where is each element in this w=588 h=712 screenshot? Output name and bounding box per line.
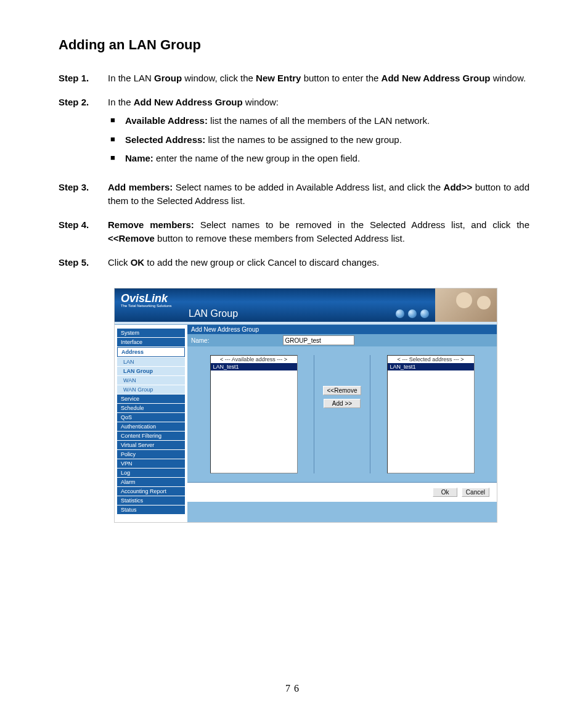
nav-status[interactable]: Status — [117, 505, 185, 514]
embedded-screenshot: OvisLink The Total Networking Solutions … — [114, 288, 497, 523]
text-bold: Add New Address Group — [382, 73, 491, 83]
transfer-buttons: <<Remove Add >> — [314, 355, 370, 473]
nav-policy[interactable]: Policy — [117, 450, 185, 459]
globe-icon — [396, 309, 404, 318]
text-bold: Name: — [125, 153, 153, 163]
step-body: Click OK to add the new group or click C… — [108, 256, 529, 270]
logo-text: OvisLink — [121, 292, 168, 305]
list-item[interactable]: LAN_test1 — [211, 363, 297, 370]
globe-icon — [408, 309, 417, 318]
text: list the names to be assigned to the new… — [205, 134, 402, 145]
nav-alarm[interactable]: Alarm — [117, 478, 185, 486]
page-number: 76 — [59, 683, 529, 694]
nav-statistics[interactable]: Statistics — [117, 496, 185, 505]
step-4: Step 4. Remove members: Select names to … — [59, 218, 529, 246]
text-bold: OK — [131, 257, 145, 268]
text: window: — [243, 97, 279, 107]
step-label: Step 1. — [59, 72, 108, 86]
step-body: Add members: Select names to be added in… — [108, 181, 529, 208]
step-label: Step 3. — [59, 181, 108, 208]
step-body: Remove members: Select names to be remov… — [108, 218, 529, 246]
step-label: Step 5. — [59, 256, 108, 270]
bullet: Name: enter the name of the new group in… — [108, 152, 529, 166]
logo-subtitle: The Total Networking Solutions — [121, 304, 172, 308]
name-input[interactable] — [283, 335, 354, 345]
step-body: In the LAN Group window, click the New E… — [108, 72, 529, 86]
globe-icon — [420, 309, 429, 318]
nav-vpn[interactable]: VPN — [117, 459, 185, 468]
text-bold: Group — [154, 73, 182, 83]
bullet: Selected Address: list the names to be a… — [108, 133, 529, 147]
name-label: Name: — [191, 337, 209, 344]
nav-qos[interactable]: QoS — [117, 413, 185, 422]
list-header: < --- Selected address --- > — [388, 356, 474, 363]
cancel-button[interactable]: Cancel — [462, 488, 489, 497]
step-3: Step 3. Add members: Select names to be … — [59, 181, 529, 208]
footer-buttons: Ok Cancel — [187, 483, 497, 502]
nav-interface[interactable]: Interface — [117, 338, 185, 346]
bullet: Available Address: list the names of all… — [108, 114, 529, 128]
nav-wan[interactable]: WAN — [117, 376, 185, 385]
main-panel: Add New Address Group Name: < --- Availa… — [187, 325, 497, 522]
text: button to enter the — [301, 73, 381, 83]
text-bold: Add>> — [444, 182, 473, 192]
text: In the — [108, 97, 134, 107]
header-photo — [435, 288, 497, 322]
text: button to remove these members from Sele… — [155, 233, 405, 243]
nav-wan-group[interactable]: WAN Group — [117, 385, 185, 394]
nav-lan[interactable]: LAN — [117, 358, 185, 366]
list-header: < --- Available address --- > — [211, 356, 297, 363]
text: Select names to be added in Available Ad… — [173, 182, 443, 192]
step-2: Step 2. In the Add New Address Group win… — [59, 96, 529, 171]
step-1: Step 1. In the LAN Group window, click t… — [59, 72, 529, 86]
sidebar: System Interface Address LAN LAN Group W… — [115, 325, 187, 522]
ok-button[interactable]: Ok — [433, 488, 457, 497]
text: to add the new group or click Cancel to … — [144, 257, 379, 268]
nav-accounting-report[interactable]: Accounting Report — [117, 487, 185, 496]
header-title: LAN Group — [189, 308, 238, 319]
nav-schedule[interactable]: Schedule — [117, 404, 185, 412]
nav-content-filtering[interactable]: Content Filtering — [117, 432, 185, 440]
selected-address-list[interactable]: < --- Selected address --- > LAN_test1 — [387, 355, 475, 473]
text-bold: Remove members: — [108, 219, 194, 230]
text-bold: Add members: — [108, 182, 173, 192]
nav-lan-group[interactable]: LAN Group — [117, 367, 185, 375]
text: In the LAN — [108, 73, 154, 83]
logo: OvisLink The Total Networking Solutions — [121, 292, 172, 308]
nav-authentication[interactable]: Authentication — [117, 422, 185, 431]
text: list the names of all the members of the… — [208, 115, 430, 126]
nav-virtual-server[interactable]: Virtual Server — [117, 441, 185, 449]
add-button[interactable]: Add >> — [324, 399, 361, 408]
text-bold: Selected Address: — [125, 134, 205, 145]
text-bold: <<Remove — [108, 233, 155, 243]
text: enter the name of the new group in the o… — [153, 153, 360, 163]
text-bold: New Entry — [256, 73, 301, 83]
step-body: In the Add New Address Group window: Ava… — [108, 96, 529, 171]
step-label: Step 4. — [59, 218, 108, 246]
text: window, click the — [182, 73, 256, 83]
nav-service[interactable]: Service — [117, 395, 185, 403]
nav-log[interactable]: Log — [117, 469, 185, 477]
remove-button[interactable]: <<Remove — [323, 386, 362, 395]
text: Click — [108, 257, 131, 268]
globe-icons — [396, 309, 429, 318]
text-bold: Available Address: — [125, 115, 208, 126]
nav-address[interactable]: Address — [117, 347, 185, 357]
nav-system[interactable]: System — [117, 329, 185, 337]
name-row: Name: — [187, 334, 497, 346]
page-title: Adding an LAN Group — [59, 37, 529, 53]
step-5: Step 5. Click OK to add the new group or… — [59, 256, 529, 270]
text: window. — [491, 73, 526, 83]
app-header: OvisLink The Total Networking Solutions … — [115, 288, 497, 322]
panel-header: Add New Address Group — [187, 325, 497, 334]
list-item[interactable]: LAN_test1 — [388, 363, 474, 370]
step-label: Step 2. — [59, 96, 108, 171]
available-address-list[interactable]: < --- Available address --- > LAN_test1 — [210, 355, 298, 473]
text: Select names to be removed in the Select… — [194, 219, 529, 230]
text-bold: Add New Address Group — [134, 97, 243, 107]
